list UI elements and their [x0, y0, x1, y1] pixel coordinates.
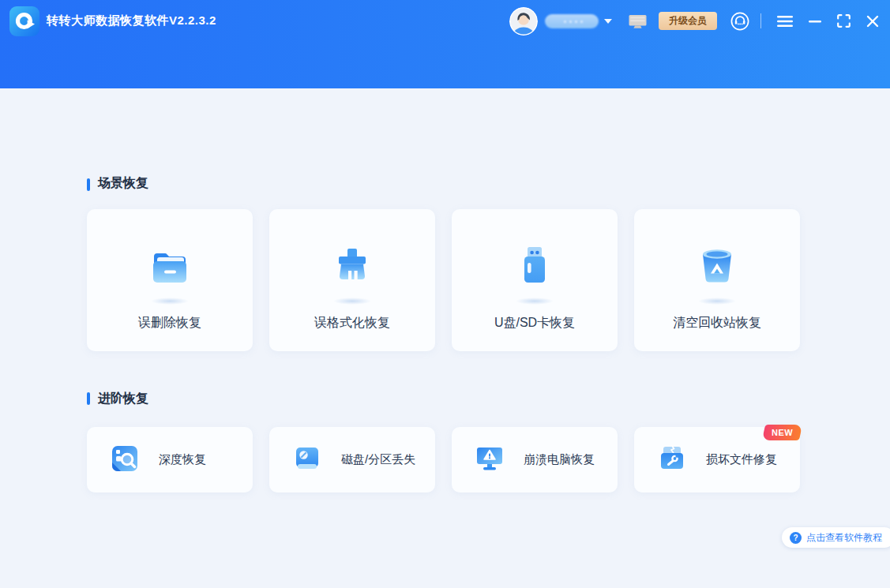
new-badge: NEW	[762, 425, 802, 440]
advanced-card-grid: 深度恢复 磁盘/分区丢失	[87, 427, 890, 492]
recycle-bin-icon	[692, 241, 742, 294]
titlebar: 转转大师数据恢复软件V2.2.3.2	[0, 0, 890, 88]
card-label: 磁盘/分区丢失	[341, 452, 415, 467]
app-logo-icon	[9, 6, 39, 36]
disk-error-icon	[291, 443, 323, 478]
app-title: 转转大师数据恢复软件V2.2.3.2	[47, 13, 216, 28]
section-title: 进阶恢复	[98, 391, 148, 406]
chevron-down-icon[interactable]	[604, 19, 612, 24]
usb-drive-icon	[509, 241, 560, 294]
card-disk-partition-lost[interactable]: 磁盘/分区丢失	[269, 427, 435, 492]
user-avatar[interactable]	[509, 7, 538, 36]
customer-service-headset-icon[interactable]	[730, 11, 750, 32]
card-label: 误格式化恢复	[314, 315, 390, 331]
icon-shadow	[698, 298, 736, 305]
question-mark-icon: ?	[790, 532, 802, 544]
card-accidental-format-recovery[interactable]: 误格式化恢复	[269, 209, 435, 351]
card-usb-sd-recovery[interactable]: U盘/SD卡恢复	[452, 209, 618, 351]
tutorial-label: 点击查看软件教程	[806, 531, 882, 545]
upgrade-membership-button[interactable]: 升级会员	[659, 12, 717, 30]
folder-icon	[145, 241, 195, 294]
username-blurred[interactable]	[545, 14, 599, 28]
monitor-icon[interactable]	[629, 13, 647, 29]
minimize-icon[interactable]	[809, 15, 821, 28]
app-window: 转转大师数据恢复软件V2.2.3.2	[0, 0, 890, 588]
icon-shadow	[516, 298, 554, 305]
card-recycle-bin-recovery[interactable]: 清空回收站恢复	[634, 209, 800, 351]
card-label: 崩溃电脑恢复	[524, 452, 595, 467]
section-title: 场景恢复	[98, 175, 148, 191]
icon-shadow	[333, 298, 371, 305]
brush-icon	[327, 241, 377, 294]
scene-card-grid: 误删除恢复 误格式化恢复	[87, 209, 890, 351]
section-header-advanced: 进阶恢复	[87, 391, 890, 406]
card-label: 损坏文件修复	[706, 452, 777, 467]
broken-file-wrench-icon	[656, 443, 688, 478]
card-label: 清空回收站恢复	[673, 315, 761, 331]
section-accent-bar	[87, 178, 90, 191]
maximize-icon[interactable]	[837, 14, 851, 28]
close-icon[interactable]	[866, 15, 879, 28]
deep-scan-magnifier-icon	[109, 443, 141, 478]
card-accidental-deletion-recovery[interactable]: 误删除恢复	[87, 209, 253, 351]
card-crashed-computer-recovery[interactable]: 崩溃电脑恢复	[452, 427, 618, 492]
titlebar-divider	[760, 13, 761, 28]
card-label: U盘/SD卡恢复	[494, 315, 575, 331]
main-content: 场景恢复 误删除恢复	[0, 88, 890, 492]
card-deep-recovery[interactable]: 深度恢复	[87, 427, 253, 492]
crashed-monitor-icon	[474, 443, 505, 478]
card-label: 误删除恢复	[138, 315, 201, 331]
menu-hamburger-icon[interactable]	[777, 15, 793, 28]
tutorial-link[interactable]: ? 点击查看软件教程	[782, 527, 890, 548]
card-damaged-file-repair[interactable]: 损坏文件修复 NEW	[634, 427, 800, 492]
card-label: 深度恢复	[159, 452, 206, 467]
icon-shadow	[151, 298, 189, 305]
section-accent-bar	[87, 392, 90, 405]
section-header-scene: 场景恢复	[87, 88, 890, 191]
